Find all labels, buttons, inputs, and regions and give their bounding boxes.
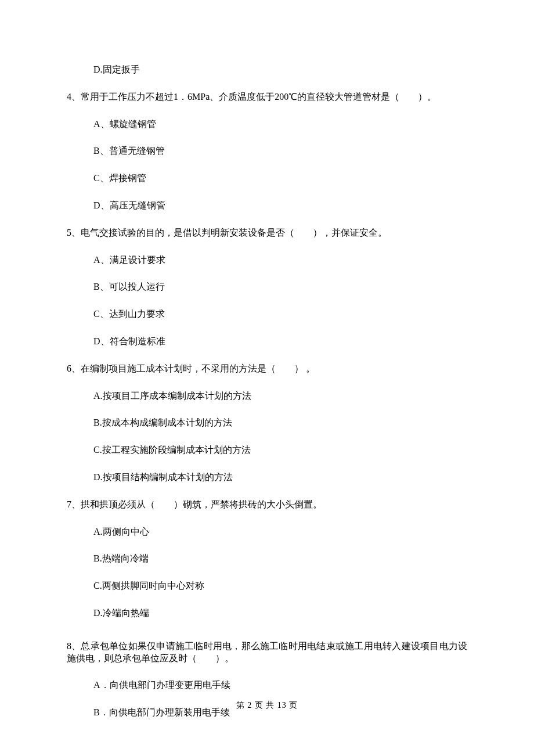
q5-option-d: D、符合制造标准: [93, 336, 467, 348]
q7-option-a: A.两侧向中心: [93, 526, 467, 538]
q8-option-a: A．向供电部门办理变更用电手续: [93, 679, 467, 692]
q6-option-d: D.按项目结构编制成本计划的方法: [93, 471, 467, 484]
q6-option-a: A.按项目工序成本编制成本计划的方法: [93, 390, 467, 402]
q3-option-d: D.固定扳手: [93, 64, 467, 76]
page-footer: 第 2 页 共 13 页: [0, 700, 534, 711]
q6-option-b: B.按成本构成编制成本计划的方法: [93, 417, 467, 429]
q5-option-b: B、可以投人运行: [93, 281, 467, 293]
q5-option-a: A、满足设计要求: [93, 254, 467, 267]
q6-option-c: C.按工程实施阶段编制成本计划的方法: [93, 444, 467, 456]
q8-stem: 8、总承包单位如果仅申请施工临时用电，那么施工临时用电结束或施工用电转入建设项目…: [67, 640, 467, 665]
q7-option-b: B.热端向冷端: [93, 553, 467, 565]
q7-option-c: C.两侧拱脚同时向中心对称: [93, 580, 467, 592]
q7-option-d: D.冷端向热端: [93, 607, 467, 620]
q4-stem: 4、常用于工作压力不超过1．6MPa、介质温度低于200℃的直径较大管道管材是（…: [67, 91, 467, 103]
q4-option-c: C、焊接钢管: [93, 172, 467, 185]
q4-option-b: B、普通无缝钢管: [93, 145, 467, 157]
q5-option-c: C、达到山力要求: [93, 308, 467, 321]
q4-option-d: D、高压无缝钢管: [93, 200, 467, 212]
q4-option-a: A、螺旋缝钢管: [93, 118, 467, 131]
q5-stem: 5、电气交接试验的目的，是借以判明新安装设备是否（ ），并保证安全。: [67, 227, 467, 239]
q6-stem: 6、在编制项目施工成本计划时，不采用的方法是（ ） 。: [67, 363, 467, 375]
q7-stem: 7、拱和拱顶必须从（ ）砌筑，严禁将拱砖的大小头倒置。: [67, 499, 467, 511]
